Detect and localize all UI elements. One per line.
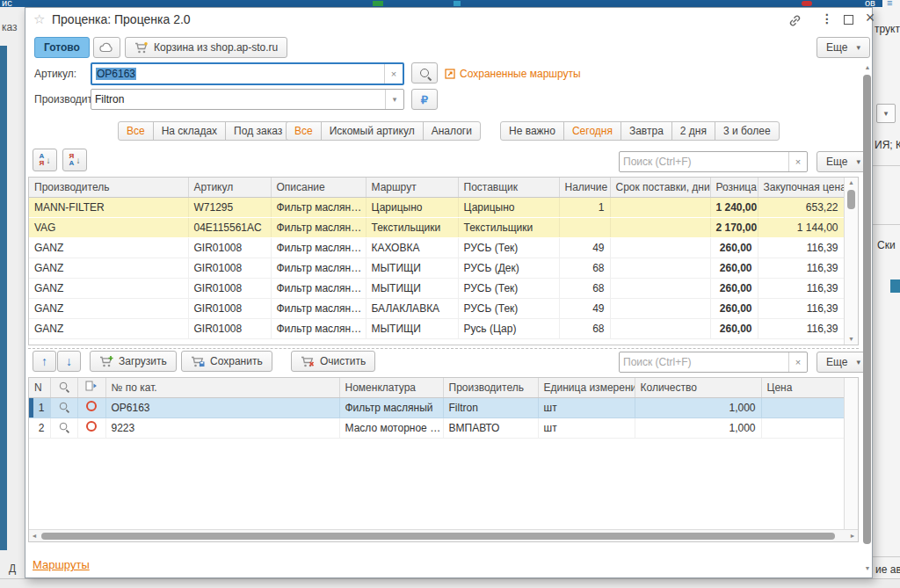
- filter-term-any[interactable]: Не важно: [500, 121, 564, 141]
- col-n[interactable]: N: [29, 378, 50, 397]
- cart-horizontal-scrollbar[interactable]: ◄ ►: [29, 529, 858, 541]
- scroll-thumb[interactable]: [863, 75, 871, 544]
- up-arrow-icon: ↑: [41, 354, 47, 368]
- row-search-cell[interactable]: [50, 397, 77, 417]
- article-input[interactable]: OP6163 ×: [91, 62, 404, 85]
- col-pick[interactable]: [77, 378, 105, 397]
- row-search-cell[interactable]: [50, 417, 77, 438]
- col-unit[interactable]: Единица измерения: [538, 378, 635, 397]
- routes-link[interactable]: Маршруты: [33, 558, 90, 571]
- offer-row[interactable]: GANZGIR01008Фильтр маслян…БАЛАКЛАВКАРУСЬ…: [29, 298, 844, 318]
- move-up-button[interactable]: ↑: [33, 351, 56, 372]
- close-icon[interactable]: ×: [863, 8, 877, 27]
- stock-filter-group: Все На складах Под заказ: [118, 121, 291, 141]
- cart-row-selected[interactable]: 1 OP6163 Фильтр масляный Filtron шт 1,00…: [29, 397, 844, 417]
- sort-ascending-button[interactable]: АЯ ↓: [33, 149, 57, 171]
- scroll-up-icon[interactable]: ▲: [862, 62, 873, 73]
- move-down-button[interactable]: ↓: [57, 351, 81, 372]
- filter-article-analogs[interactable]: Аналоги: [423, 121, 481, 141]
- col-manufacturer[interactable]: Производитель: [29, 178, 188, 197]
- scroll-up-icon[interactable]: ▲: [845, 178, 858, 188]
- article-search-button[interactable]: [411, 62, 438, 83]
- col-availability[interactable]: Наличие: [559, 178, 610, 197]
- cart-search-input[interactable]: [620, 352, 788, 372]
- search-icon: [59, 401, 69, 410]
- chevron-down-icon[interactable]: ▾: [385, 90, 403, 109]
- col-retail[interactable]: Розница: [710, 178, 758, 197]
- saved-routes-link[interactable]: Сохраненные маршруты: [460, 68, 581, 80]
- window-vertical-scrollbar[interactable]: ▲ ▼: [862, 62, 873, 576]
- background-app-left: каз Д: [0, 7, 25, 580]
- offers-header-row[interactable]: Производитель Артикул Описание Маршрут П…: [29, 178, 844, 197]
- col-supplier[interactable]: Поставщик: [458, 178, 559, 197]
- filter-stock-all[interactable]: Все: [118, 121, 154, 141]
- scroll-thumb[interactable]: [847, 190, 855, 209]
- cart-header-row[interactable]: N № по кат. Номенклатура Производитель Е…: [29, 378, 844, 397]
- maximize-icon[interactable]: [844, 15, 853, 25]
- offers-grid: Производитель Артикул Описание Маршрут П…: [29, 178, 845, 339]
- save-cart-button[interactable]: Сохранить: [181, 351, 272, 372]
- cloud-button[interactable]: [93, 37, 120, 58]
- kebab-menu-icon[interactable]: ⋮: [821, 11, 833, 26]
- filter-article-exact[interactable]: Искомый артикул: [321, 121, 424, 141]
- price-types-button[interactable]: ₽: [411, 89, 438, 110]
- filter-article-all[interactable]: Все: [286, 121, 322, 141]
- filter-stock-in-stock[interactable]: На складах: [153, 121, 226, 141]
- col-price[interactable]: Цена: [761, 378, 844, 397]
- col-article[interactable]: Артикул: [188, 178, 271, 197]
- cloud-icon: [99, 42, 114, 53]
- filter-term-today[interactable]: Сегодня: [563, 121, 621, 141]
- basket-button[interactable]: Корзина из shop.ap-sto.ru: [125, 37, 287, 58]
- row-status-cell[interactable]: [77, 397, 105, 417]
- clear-icon[interactable]: ×: [788, 352, 807, 372]
- col-description[interactable]: Описание: [271, 178, 366, 197]
- col-search[interactable]: [50, 378, 77, 397]
- col-manufacturer[interactable]: Производитель: [443, 378, 538, 397]
- clear-cart-button[interactable]: Очистить: [291, 351, 375, 372]
- background-selected-cell: [890, 279, 900, 293]
- background-panel: [0, 46, 7, 550]
- clear-icon[interactable]: ×: [788, 152, 807, 171]
- scroll-left-icon[interactable]: ◄: [29, 530, 40, 541]
- sort-descending-button[interactable]: ЯА ↓: [62, 149, 87, 171]
- get-link-icon[interactable]: [787, 12, 802, 28]
- load-cart-button[interactable]: Загрузить: [90, 351, 177, 372]
- col-route[interactable]: Маршрут: [366, 178, 458, 197]
- clear-icon[interactable]: ×: [384, 64, 403, 83]
- down-arrow-icon: ↓: [66, 354, 72, 368]
- col-purchase[interactable]: Закупочная цена: [758, 178, 844, 197]
- filter-term-3plus[interactable]: 3 и более: [715, 121, 780, 141]
- filter-stock-on-order[interactable]: Под заказ: [225, 121, 291, 141]
- filter-term-tomorrow[interactable]: Завтра: [621, 121, 672, 141]
- favorite-star-icon[interactable]: ☆: [33, 11, 45, 27]
- offer-row[interactable]: GANZGIR01008Фильтр маслян…МЫТИЩИРусь (Ца…: [29, 318, 844, 338]
- down-arrow-icon: ↓: [46, 156, 50, 165]
- offer-row[interactable]: MANN-FILTERW71295Фильтр маслян…ЦарицыноЦ…: [29, 197, 844, 217]
- table-splitter[interactable]: [28, 348, 859, 349]
- offers-search-input[interactable]: [620, 152, 788, 171]
- col-term[interactable]: Срок поставки, дни: [610, 178, 710, 197]
- manufacturer-input[interactable]: Filtron ▾: [91, 89, 404, 110]
- done-button[interactable]: Готово: [34, 37, 90, 58]
- cart-vertical-scrollbar[interactable]: [844, 378, 858, 529]
- col-nomenclature[interactable]: Номенклатура: [339, 378, 443, 397]
- offers-vertical-scrollbar[interactable]: ▲ ▼: [844, 178, 858, 345]
- more-label: Еще: [826, 41, 847, 54]
- cart-row[interactable]: 2 9223 Масло моторное … ВМПАВТО шт 1,000: [29, 417, 844, 438]
- offer-row[interactable]: VAG04E115561ACФильтр маслян…Текстильщики…: [29, 217, 844, 237]
- background-text: ис: [2, 0, 12, 7]
- offer-row[interactable]: GANZGIR01008Фильтр маслян…КАХОВКАРУСЬ (Т…: [29, 237, 844, 258]
- col-catalog-number[interactable]: № по кат.: [105, 378, 339, 397]
- scroll-right-icon[interactable]: ►: [847, 530, 858, 541]
- offer-row[interactable]: GANZGIR01008Фильтр маслян…МЫТИЩИРУСЬ (Те…: [29, 278, 844, 298]
- col-quantity[interactable]: Количество: [635, 378, 761, 397]
- pick-document-icon: [85, 381, 98, 391]
- filter-term-2days[interactable]: 2 дня: [671, 121, 715, 141]
- scroll-thumb[interactable]: [41, 533, 835, 540]
- commandbar-more-button[interactable]: Еще▾: [817, 37, 870, 58]
- scroll-down-icon[interactable]: ▼: [862, 563, 873, 574]
- row-status-cell[interactable]: [77, 417, 105, 438]
- scroll-down-icon[interactable]: ▼: [845, 334, 858, 345]
- background-text: Д: [9, 563, 16, 575]
- offer-row[interactable]: GANZGIR01008Фильтр маслян…МЫТИЩИРУСЬ (Де…: [29, 258, 844, 278]
